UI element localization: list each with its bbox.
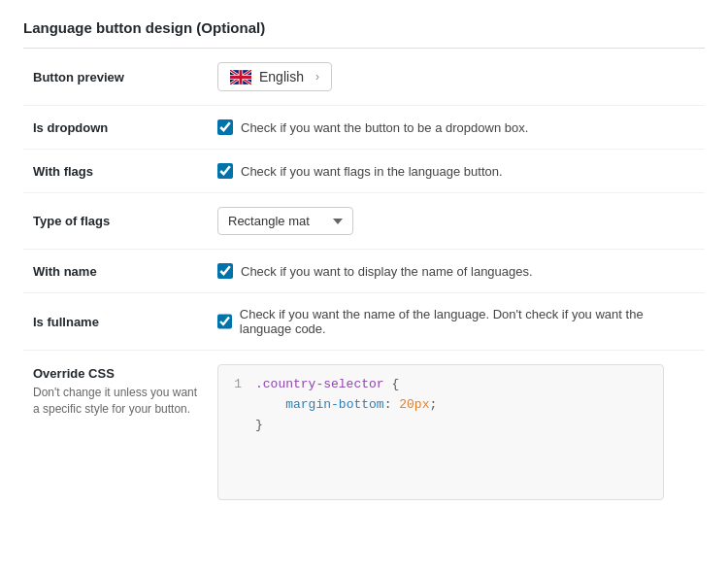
with-name-label: Check if you want to display the name of… [241, 264, 533, 279]
dropdown-checkbox-row: Check if you want the button to be a dro… [217, 119, 695, 135]
with-flags-checkbox-row: Check if you want flags in the language … [217, 163, 695, 179]
label-with-flags: With flags [23, 150, 208, 193]
row-is-fullname: Is fullname Check if you want the name o… [23, 293, 705, 351]
control-override-css: 1 .country-selector { margin-bottom: 20p… [208, 351, 705, 515]
language-preview-button[interactable]: English › [217, 62, 332, 91]
preview-language-name: English [259, 69, 304, 84]
row-type-of-flags: Type of flags Rectangle mat Square Circl… [23, 193, 705, 250]
form-table: Button preview English › [23, 49, 705, 514]
is-dropdown-label: Check if you want the button to be a dro… [241, 120, 528, 135]
control-is-fullname: Check if you want the name of the langua… [208, 293, 705, 351]
code-text-2: margin-bottom: 20px; [255, 395, 437, 416]
control-with-name: Check if you want to display the name of… [208, 250, 705, 293]
control-button-preview: English › [208, 49, 705, 106]
control-with-flags: Check if you want flags in the language … [208, 150, 705, 193]
is-fullname-checkbox[interactable] [217, 314, 232, 329]
label-override-css: Override CSS Don't change it unless you … [23, 351, 208, 515]
line-number-3 [230, 416, 242, 436]
line-number-2 [230, 395, 242, 416]
label-type-of-flags: Type of flags [23, 193, 208, 250]
with-name-checkbox-row: Check if you want to display the name of… [217, 263, 695, 279]
code-line-3: } [230, 416, 651, 436]
label-is-fullname: Is fullname [23, 293, 208, 351]
label-button-preview: Button preview [23, 49, 208, 106]
with-name-checkbox[interactable] [217, 263, 233, 279]
uk-flag-icon [230, 70, 251, 84]
label-with-name: With name [23, 250, 208, 293]
line-number-1: 1 [230, 375, 242, 395]
control-type-of-flags: Rectangle mat Square Circle Rectangle [208, 193, 705, 250]
is-fullname-checkbox-row: Check if you want the name of the langua… [217, 307, 695, 336]
row-with-flags: With flags Check if you want flags in th… [23, 150, 705, 193]
main-container: Language button design (Optional) Button… [0, 0, 728, 574]
row-button-preview: Button preview English › [23, 49, 705, 106]
row-is-dropdown: Is dropdown Check if you want the button… [23, 106, 705, 150]
code-text-1: .country-selector { [255, 375, 399, 395]
control-is-dropdown: Check if you want the button to be a dro… [208, 106, 705, 150]
type-of-flags-select[interactable]: Rectangle mat Square Circle Rectangle [217, 207, 353, 235]
with-flags-label: Check if you want flags in the language … [241, 164, 503, 179]
row-override-css: Override CSS Don't change it unless you … [23, 351, 705, 515]
is-fullname-label: Check if you want the name of the langua… [240, 307, 695, 336]
code-line-2: margin-bottom: 20px; [230, 395, 651, 416]
row-with-name: With name Check if you want to display t… [23, 250, 705, 293]
code-line-1: 1 .country-selector { [230, 375, 651, 395]
page-title: Language button design (Optional) [23, 19, 705, 49]
preview-chevron-icon: › [315, 70, 319, 84]
is-dropdown-checkbox[interactable] [217, 119, 233, 135]
code-text-3: } [255, 416, 263, 436]
override-css-sublabel: Don't change it unless you want a specif… [33, 385, 198, 418]
with-flags-checkbox[interactable] [217, 163, 233, 179]
label-is-dropdown: Is dropdown [23, 106, 208, 150]
css-code-editor[interactable]: 1 .country-selector { margin-bottom: 20p… [217, 364, 664, 500]
